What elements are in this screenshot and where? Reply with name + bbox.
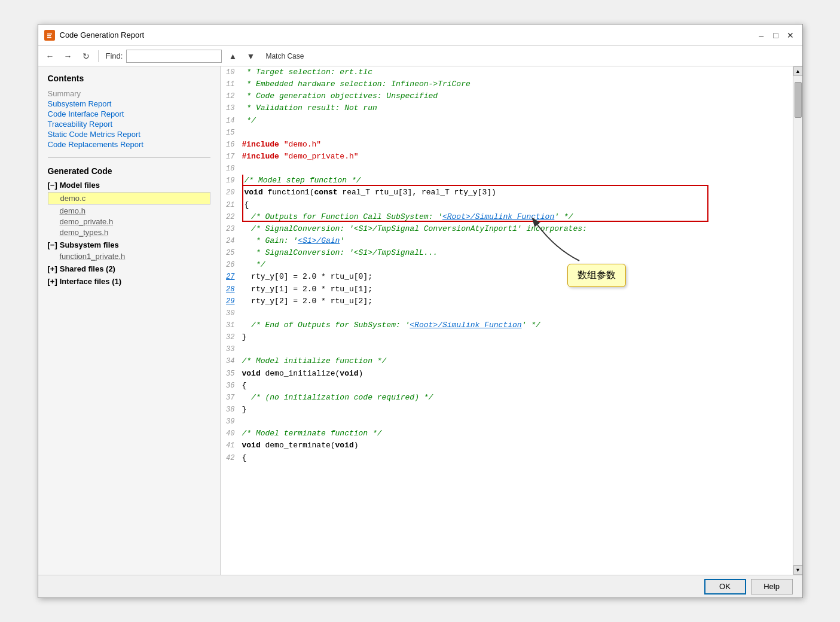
file-function1-private-h[interactable]: function1_private.h	[48, 252, 210, 261]
contents-title: Contents	[48, 74, 210, 83]
line-num-14: 14	[221, 115, 242, 127]
back-button[interactable]: ←	[43, 49, 57, 63]
sidebar-item-summary[interactable]: Summary	[48, 89, 210, 98]
line-num-19: 19	[221, 175, 242, 187]
code-line-41: 41 void demo_terminate(void)	[221, 440, 802, 452]
code-text-39	[242, 416, 802, 428]
minimize-button[interactable]: –	[756, 29, 768, 41]
sidebar-item-traceability[interactable]: Traceability Report	[48, 120, 210, 129]
sidebar-divider	[48, 157, 210, 158]
refresh-button[interactable]: ↻	[79, 49, 93, 63]
line-num-15: 15	[221, 127, 242, 139]
code-line-37: 37 /* (no initialization code required) …	[221, 392, 802, 404]
code-line-29: 29 rty_y[2] = 2.0 * rtu_u[2];	[221, 295, 802, 307]
generated-code-title: Generated Code	[48, 166, 210, 176]
line-num-33: 33	[221, 344, 242, 355]
app-icon	[44, 30, 55, 41]
code-line-19: 19 /* Model step function */	[221, 175, 802, 187]
model-files-header[interactable]: [−] Model files	[48, 181, 210, 190]
line-num-28[interactable]: 28	[221, 284, 242, 295]
sidebar: Contents Summary Subsystem Report Code I…	[38, 66, 221, 575]
sidebar-item-code-interface[interactable]: Code Interface Report	[48, 109, 210, 118]
svg-rect-1	[47, 33, 52, 35]
line-num-27[interactable]: 27	[221, 272, 242, 283]
code-line-30: 30	[221, 307, 802, 319]
find-label: Find:	[106, 51, 123, 60]
svg-rect-3	[47, 37, 51, 38]
help-button[interactable]: Help	[751, 579, 793, 594]
file-demo-h[interactable]: demo.h	[48, 206, 210, 215]
file-demo-c[interactable]: demo.c	[48, 192, 210, 205]
line-num-29[interactable]: 29	[221, 296, 242, 307]
shared-files-label: Shared files (2)	[60, 264, 115, 273]
line-num-32: 32	[221, 332, 242, 343]
code-line-11: 11 * Embedded hardware selection: Infine…	[221, 78, 802, 90]
code-text-36: {	[242, 380, 802, 392]
code-text-21: {	[242, 199, 802, 211]
match-case-button[interactable]: Match Case	[261, 50, 308, 62]
scroll-up-arrow[interactable]: ▲	[793, 66, 802, 76]
code-line-32: 32 }	[221, 331, 802, 343]
find-next-button[interactable]: ▼	[243, 49, 258, 63]
line-num-21: 21	[221, 200, 242, 211]
model-files-collapse-icon: [−]	[48, 181, 57, 190]
file-demo-types-h[interactable]: demo_types.h	[48, 228, 210, 237]
code-text-10: * Target selection: ert.tlc	[242, 66, 802, 78]
window-title: Code Generation Report	[60, 31, 145, 39]
svg-rect-2	[47, 35, 51, 36]
code-line-22: 22 /* Outputs for Function Call SubSyste…	[221, 211, 802, 223]
code-text-27: rty_y[0] = 2.0 * rtu_u[0];	[242, 271, 802, 283]
tooltip-text: 数组参数	[578, 270, 616, 280]
line-num-40: 40	[221, 428, 242, 440]
line-num-22: 22	[221, 212, 242, 223]
code-line-39: 39	[221, 416, 802, 428]
subsystem-files-collapse-icon: [−]	[48, 240, 57, 249]
shared-files-header[interactable]: [+] Shared files (2)	[48, 264, 210, 273]
code-text-37: /* (no initialization code required) */	[242, 392, 802, 404]
maximize-button[interactable]: □	[770, 29, 782, 41]
shared-files-section: [+] Shared files (2)	[48, 264, 210, 273]
code-line-35: 35 void demo_initialize(void)	[221, 368, 802, 380]
forward-button[interactable]: →	[61, 49, 75, 63]
model-files-section: [−] Model files demo.c demo.h demo_priva…	[48, 181, 210, 237]
interface-files-collapse-icon: [+]	[48, 277, 57, 286]
line-num-16: 16	[221, 139, 242, 151]
code-text-28: rty_y[1] = 2.0 * rtu_u[1];	[242, 283, 802, 295]
sidebar-item-static-code[interactable]: Static Code Metrics Report	[48, 130, 210, 139]
subsystem-files-label: Subsystem files	[60, 240, 119, 249]
link-root-simulink-end[interactable]: <Root>/Simulink Function	[410, 321, 521, 330]
code-text-35: void demo_initialize(void)	[242, 368, 802, 380]
line-num-35: 35	[221, 368, 242, 380]
scroll-down-arrow[interactable]: ▼	[793, 565, 802, 575]
code-text-32: }	[242, 331, 802, 343]
code-text-38: }	[242, 404, 802, 416]
line-num-12: 12	[221, 91, 242, 102]
code-line-24: 24 * Gain: '<S1>/Gain'	[221, 235, 802, 247]
ok-button[interactable]: OK	[704, 579, 746, 594]
line-num-31: 31	[221, 320, 242, 331]
code-text-42: {	[242, 452, 802, 464]
file-demo-private-h[interactable]: demo_private.h	[48, 217, 210, 226]
line-num-37: 37	[221, 392, 242, 404]
line-num-41: 41	[221, 440, 242, 452]
find-input[interactable]	[126, 50, 222, 63]
sidebar-item-code-replacements[interactable]: Code Replacements Report	[48, 140, 210, 149]
shared-files-collapse-icon: [+]	[48, 264, 57, 273]
code-area[interactable]: 10 * Target selection: ert.tlc 11 * Embe…	[221, 66, 802, 575]
code-text-33	[242, 343, 802, 355]
sidebar-item-subsystem-report[interactable]: Subsystem Report	[48, 99, 210, 108]
line-num-13: 13	[221, 103, 242, 114]
subsystem-files-header[interactable]: [−] Subsystem files	[48, 240, 210, 249]
code-line-23: 23 /* SignalConversion: '<S1>/TmpSignal …	[221, 223, 802, 235]
code-line-12: 12 * Code generation objectives: Unspeci…	[221, 90, 802, 102]
code-line-28: 28 rty_y[1] = 2.0 * rtu_u[1];	[221, 283, 802, 295]
interface-files-header[interactable]: [+] Interface files (1)	[48, 277, 210, 286]
code-text-41: void demo_terminate(void)	[242, 440, 802, 452]
model-files-label: Model files	[60, 181, 100, 190]
scroll-thumb[interactable]	[795, 82, 802, 118]
find-prev-button[interactable]: ▲	[225, 49, 240, 63]
close-button[interactable]: ✕	[784, 29, 796, 41]
link-s1-gain[interactable]: <S1>/Gain	[298, 236, 340, 245]
code-line-38: 38 }	[221, 404, 802, 416]
scrollbar-right[interactable]: ▲ ▼	[793, 66, 802, 575]
